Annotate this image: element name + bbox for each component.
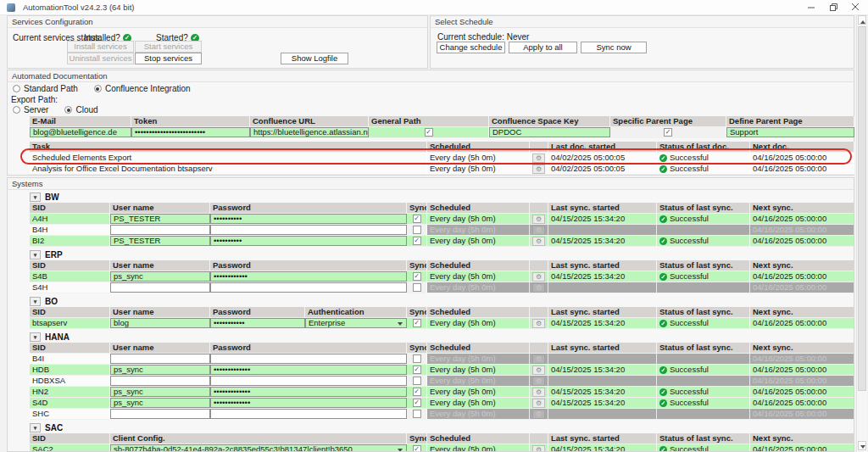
system-row[interactable]: B4IEvery day (5h 0m)04/16/2025 05:00:00 [30,354,854,365]
gear-icon[interactable] [532,399,545,408]
password-input[interactable]: ••••••••••••• [210,398,407,408]
user-input[interactable]: ps_sync [110,271,210,282]
system-row[interactable]: A4HPS_TESTER••••••••••Every day (5h 0m)0… [30,214,854,225]
system-row[interactable]: S4Bps_sync••••••••••••Every day (5h 0m)0… [30,271,854,282]
password-input[interactable] [210,354,407,364]
sync-now-button[interactable]: Sync now [581,42,647,53]
user-input[interactable] [110,225,210,235]
password-input[interactable]: •••••••••• [210,236,407,246]
gear-icon[interactable] [532,319,545,328]
scroll-up-button[interactable] [858,15,866,25]
confluence-integration-radio[interactable]: Confluence Integration [94,84,191,93]
scrollbar-thumb[interactable] [858,26,866,391]
vertical-scrollbar[interactable] [856,14,867,452]
gear-icon[interactable] [532,366,545,375]
authentication-select[interactable]: Enterprise [305,318,407,328]
scroll-down-button[interactable] [858,441,866,450]
sync-checkbox[interactable] [413,410,421,418]
gear-icon[interactable] [532,410,545,419]
gear-icon[interactable] [532,388,545,397]
install-services-button[interactable]: Install services [67,41,134,53]
system-row[interactable]: btsapservblog•••••••••••EnterpriseEvery … [30,318,854,329]
sync-checkbox[interactable] [413,388,421,396]
password-input[interactable] [210,225,407,235]
sync-checkbox[interactable] [413,215,421,223]
gear-icon[interactable] [532,445,545,452]
sync-checkbox[interactable] [413,377,421,385]
gear-icon[interactable] [532,377,545,386]
gear-icon[interactable] [532,283,545,293]
password-input[interactable]: ••••••••••••• [210,387,407,397]
gear-icon[interactable] [532,226,545,235]
user-input[interactable]: ps_sync [110,398,210,408]
system-row[interactable]: SHCEvery day (5h 0m)04/16/2025 05:00:00 [30,409,854,420]
collapse-button[interactable] [30,297,41,306]
password-input[interactable] [210,376,407,386]
sync-checkbox[interactable] [413,445,421,451]
email-input[interactable]: blog@bluetelligence.de [30,127,131,137]
client-config-select[interactable]: sb-8077b4ba-0d52-41e4-892a-2c8835ed55c3!… [110,444,407,451]
collapse-button[interactable] [30,423,41,432]
sync-checkbox[interactable] [413,272,421,281]
gear-icon[interactable] [532,354,545,364]
password-input[interactable]: •••••••••••• [210,271,407,282]
collapse-button[interactable] [30,193,41,202]
gear-icon[interactable] [532,237,545,246]
user-input[interactable] [110,354,210,364]
user-input[interactable]: PS_TESTER [110,236,210,246]
sync-checkbox[interactable] [413,354,421,363]
user-input[interactable] [110,376,210,386]
system-row[interactable]: HDBXSAEvery day (5h 0m)04/16/2025 05:00:… [30,376,854,387]
password-input[interactable]: •••••••••• [210,214,407,224]
system-row[interactable]: HDBps_sync•••••••••••••Every day (5h 0m)… [30,365,854,376]
system-row[interactable]: B4HEvery day (5h 0m)04/16/2025 05:00:00 [30,225,854,236]
sync-checkbox[interactable] [413,366,421,374]
server-radio[interactable]: Server [13,105,48,114]
password-input[interactable]: ••••••••••••• [210,365,407,375]
gear-icon[interactable] [532,215,545,224]
user-input[interactable]: PS_TESTER [110,214,210,224]
sync-checkbox[interactable] [413,226,421,234]
parent-page-input[interactable]: Support [726,127,854,137]
task-row[interactable]: Scheduled Elements ExportEvery day (5h 0… [30,153,854,164]
system-row[interactable]: BI2PS_TESTER••••••••••Every day (5h 0m)0… [30,236,854,247]
cloud-radio[interactable]: Cloud [64,105,97,114]
user-input[interactable]: ps_sync [110,387,210,397]
general-path-checkbox[interactable] [425,128,433,137]
password-input[interactable]: ••••••••••• [210,318,305,328]
sync-checkbox[interactable] [413,283,421,292]
user-input[interactable] [110,409,210,419]
sync-checkbox[interactable] [413,237,421,245]
user-input[interactable]: ps_sync [110,365,210,375]
uninstall-services-button[interactable]: Uninstall services [67,53,134,64]
sync-checkbox[interactable] [413,319,421,327]
gear-icon[interactable] [532,165,545,174]
specific-parent-checkbox[interactable] [664,128,672,137]
start-services-button[interactable]: Start services [135,41,202,53]
show-logfile-button[interactable]: Show Logfile [281,53,348,64]
collapse-button[interactable] [30,332,41,342]
gear-icon[interactable] [532,153,545,163]
password-input[interactable] [210,282,407,293]
system-row[interactable]: S4Dps_sync•••••••••••••Every day (5h 0m)… [30,398,854,409]
apply-to-all-systems-button[interactable]: Apply to all systems [509,42,577,53]
system-row[interactable]: S4HEvery day (5h 0m)04/16/2025 05:00:00 [30,282,854,293]
user-input[interactable] [110,282,210,293]
task-row[interactable]: Analysis for Office Excel Documentation … [30,164,854,175]
sync-checkbox[interactable] [413,399,421,407]
minimize-button[interactable] [800,0,822,14]
standard-path-radio[interactable]: Standard Path [13,84,78,93]
gear-icon[interactable] [532,272,545,282]
change-schedule-button[interactable]: Change schedule [437,42,505,53]
stop-services-button[interactable]: Stop services [135,53,202,64]
collapse-button[interactable] [30,250,41,259]
token-input[interactable]: ••••••••••••••••••••••••• [131,127,250,137]
confluence-url-input[interactable]: https://bluetelligence.atlassian.net [250,127,369,137]
close-icon[interactable] [844,0,866,14]
system-row[interactable]: HN2ps_sync•••••••••••••Every day (5h 0m)… [30,387,854,398]
space-key-input[interactable]: DPDOC [489,127,610,137]
user-input[interactable]: blog [110,318,210,328]
password-input[interactable] [210,409,407,419]
system-row[interactable]: SAC2sb-8077b4ba-0d52-41e4-892a-2c8835ed5… [30,444,854,451]
restore-button[interactable] [822,0,844,14]
